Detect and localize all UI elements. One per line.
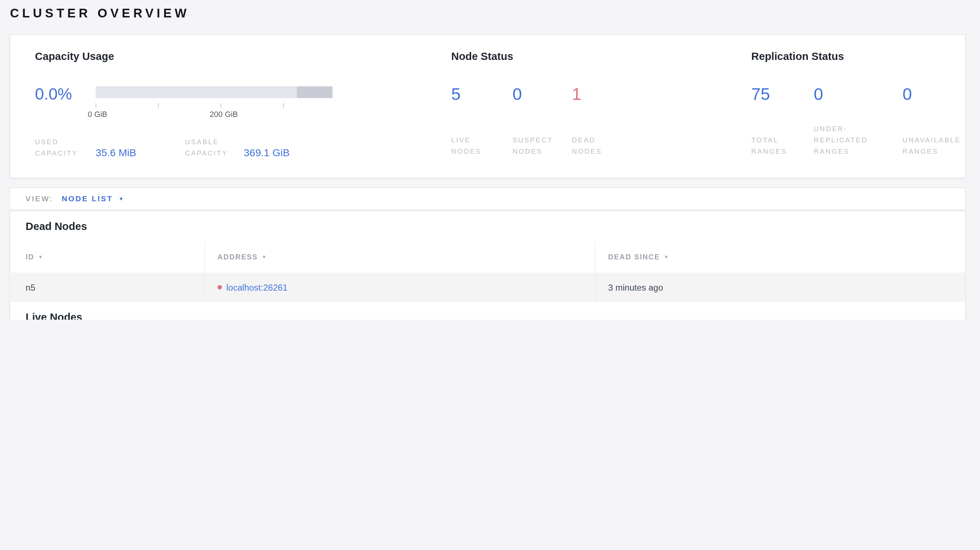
replication-status-title: Replication Status <box>751 51 844 63</box>
axis-tick <box>95 103 96 108</box>
dead-col-header-dead-since[interactable]: DEAD SINCE▼ <box>595 241 966 272</box>
under-replicated-count: 0 <box>814 86 902 102</box>
dropdown-caret-icon: ▼ <box>119 196 125 201</box>
replication-metrics: 75 TOTAL RANGES 0 UNDER-REPLICATED RANGE… <box>751 86 980 157</box>
unavailable-ranges-count: 0 <box>903 86 980 102</box>
live-nodes-label: LIVE NODES <box>451 134 512 157</box>
dead-nodes-metric: 1 DEAD NODES <box>572 86 647 157</box>
axis-tick-label-mid: 200 GiB <box>210 110 238 119</box>
used-capacity-label: USED CAPACITY <box>35 136 95 159</box>
summary-card: Capacity Usage 0.0% 0 GiB 200 GiB USED C… <box>10 35 966 178</box>
dead-node-address-link[interactable]: localhost:26261 <box>226 282 288 292</box>
live-nodes-metric: 5 LIVE NODES <box>451 86 512 157</box>
sort-desc-icon: ▼ <box>261 254 267 259</box>
capacity-bar-axis: 0 GiB 200 GiB <box>95 86 332 101</box>
capacity-bar-reserved-segment <box>297 86 332 98</box>
dead-node-id: n5 <box>10 272 205 302</box>
total-ranges-label: TOTAL RANGES <box>751 134 814 157</box>
replication-status-section: Replication Status <box>751 51 844 63</box>
suspect-nodes-count: 0 <box>512 86 572 102</box>
usable-capacity-label: USABLE CAPACITY <box>185 136 244 159</box>
dead-col-header-id[interactable]: ID▼ <box>10 241 205 272</box>
capacity-usage-title: Capacity Usage <box>35 51 114 63</box>
dead-node-dead-since: 3 minutes ago <box>595 272 966 302</box>
capacity-metrics: USED CAPACITY 35.6 MiB USABLE CAPACITY 3… <box>35 136 333 159</box>
view-bar: VIEW: NODE LIST ▼ <box>10 188 966 210</box>
nodes-section: Dead Nodes ID▼ ADDRESS▼ DEAD SINCE▼ n5 l… <box>10 211 966 320</box>
used-capacity-value: 35.6 MiB <box>95 147 185 159</box>
view-label: VIEW: <box>26 194 53 203</box>
axis-tick <box>221 103 221 108</box>
unavailable-ranges-label: UNAVAILABLE RANGES <box>903 134 980 157</box>
page-title: CLUSTER OVERVIEW <box>10 6 190 21</box>
view-selector-dropdown[interactable]: NODE LIST ▼ <box>62 194 125 203</box>
view-selected-value: NODE LIST <box>62 194 113 203</box>
dead-node-address-cell: localhost:26261 <box>205 272 595 302</box>
suspect-nodes-label: SUSPECT NODES <box>512 134 572 157</box>
axis-tick-label-start: 0 GiB <box>88 110 108 119</box>
capacity-percent: 0.0% <box>35 86 95 101</box>
dead-nodes-heading: Dead Nodes <box>10 211 965 242</box>
dead-status-icon <box>218 285 222 289</box>
dead-nodes-label: DEAD NODES <box>572 134 647 157</box>
cluster-overview-page: CLUSTER OVERVIEW Capacity Usage 0.0% 0 G… <box>0 0 980 320</box>
node-status-title: Node Status <box>451 51 513 63</box>
dead-nodes-header-row: ID▼ ADDRESS▼ DEAD SINCE▼ <box>10 241 965 272</box>
unavailable-ranges-metric: 0 UNAVAILABLE RANGES <box>903 86 980 157</box>
suspect-nodes-metric: 0 SUSPECT NODES <box>512 86 572 157</box>
under-replicated-label: UNDER-REPLICATED RANGES <box>814 123 902 157</box>
capacity-usage-section: Capacity Usage <box>35 51 114 63</box>
live-nodes-count: 5 <box>451 86 512 102</box>
capacity-usage-chart: 0.0% 0 GiB 200 GiB <box>35 86 332 101</box>
sort-desc-icon: ▼ <box>38 254 44 259</box>
usable-capacity-value: 369.1 GiB <box>244 147 333 159</box>
dead-node-row: n5 localhost:26261 3 minutes ago <box>10 272 965 302</box>
axis-tick <box>158 103 159 108</box>
axis-tick <box>283 103 284 108</box>
total-ranges-count: 75 <box>751 86 814 102</box>
under-replicated-metric: 0 UNDER-REPLICATED RANGES <box>814 86 902 157</box>
live-nodes-heading: Live Nodes <box>10 302 965 320</box>
sort-desc-icon: ▼ <box>663 254 670 259</box>
node-status-section: Node Status <box>451 51 513 63</box>
dead-nodes-count: 1 <box>572 86 647 102</box>
dead-nodes-table: ID▼ ADDRESS▼ DEAD SINCE▼ n5 localhost:26… <box>10 241 965 302</box>
total-ranges-metric: 75 TOTAL RANGES <box>751 86 814 157</box>
node-status-metrics: 5 LIVE NODES 0 SUSPECT NODES 1 DEAD NODE… <box>451 86 647 157</box>
dead-col-header-address[interactable]: ADDRESS▼ <box>205 241 595 272</box>
capacity-bar <box>95 86 332 98</box>
